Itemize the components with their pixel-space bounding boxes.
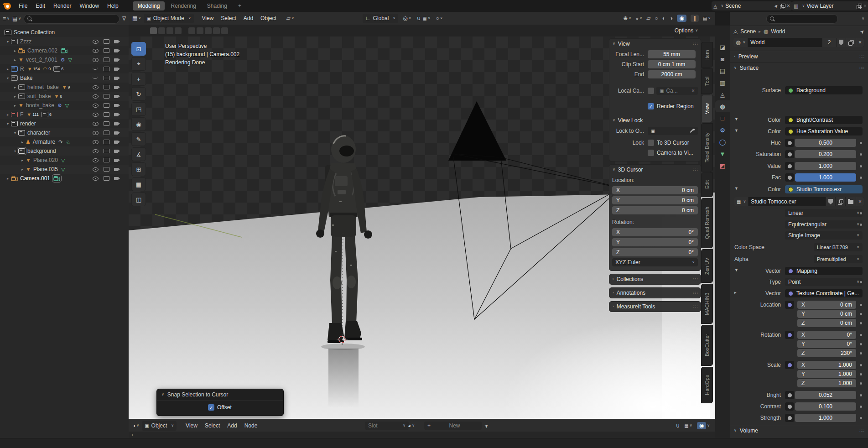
- outliner-row-r[interactable]: ▸ R ▼154 ◠9 6: [0, 64, 129, 73]
- unlink-button[interactable]: ×: [856, 38, 864, 47]
- outliner-row-helmet-bake[interactable]: ▸ helmet_bake ▼9: [0, 83, 129, 92]
- blender-logo-icon[interactable]: [4, 3, 11, 10]
- expand-icon[interactable]: ▸: [19, 140, 26, 144]
- expand-icon[interactable]: ▸: [19, 158, 26, 162]
- colorspace-dropdown[interactable]: Linear BT.709∨: [814, 243, 863, 251]
- transform-orientation-dropdown[interactable]: ∟ Global ∨: [363, 14, 398, 23]
- disable-render-icon[interactable]: [114, 131, 118, 135]
- decorator-dot[interactable]: [860, 153, 862, 156]
- decorator-dot[interactable]: [860, 212, 862, 214]
- expand-icon[interactable]: ▸: [734, 290, 737, 295]
- measure-tool[interactable]: ∡: [131, 147, 146, 161]
- filter-dropdown-icon[interactable]: ∨: [862, 17, 864, 21]
- hide-eye-icon[interactable]: [92, 146, 99, 156]
- annotate-tool[interactable]: ✎: [131, 132, 146, 146]
- select-mode-invert-button[interactable]: [175, 27, 182, 34]
- hide-eye-icon[interactable]: [92, 119, 99, 128]
- strength-slider[interactable]: 1.000: [795, 414, 856, 422]
- outliner-row-vest[interactable]: ▸ ▼ vest_2_f.001 ⚙ ▽: [0, 55, 129, 64]
- tab-physics-properties[interactable]: ◯: [715, 136, 730, 148]
- tab-item[interactable]: Item: [701, 42, 713, 68]
- collapse-icon[interactable]: ▾: [5, 40, 11, 44]
- disable-render-icon[interactable]: [114, 68, 118, 71]
- shading-wireframe-button[interactable]: ○: [655, 15, 658, 21]
- pause-render-button[interactable]: ∥: [691, 15, 699, 22]
- disable-render-icon[interactable]: [114, 95, 118, 98]
- camera-to-view-checkbox[interactable]: [648, 150, 654, 156]
- pivot-point-dropdown[interactable]: ◎∨: [403, 15, 411, 21]
- outliner-row-plane-020[interactable]: ▸ ▼ Plane.020 ▽: [0, 156, 129, 165]
- tab-boxcutter[interactable]: BoxCutter: [701, 325, 713, 366]
- disable-render-icon[interactable]: [114, 58, 118, 62]
- overlay-toggle[interactable]: ◉∨: [697, 422, 710, 429]
- expand-icon[interactable]: ▼: [734, 117, 738, 121]
- texture-coordinate-field[interactable]: Texture Coordinate | Ge...: [785, 289, 863, 297]
- render-region-checkbox[interactable]: ✓: [648, 103, 654, 109]
- copy-icon[interactable]: [780, 4, 785, 9]
- outliner-row-character[interactable]: ▾ character: [0, 128, 129, 137]
- mapping-type-dropdown[interactable]: Point∨: [785, 278, 863, 286]
- boxcutter-tool[interactable]: ▦: [131, 177, 146, 191]
- tab-edit[interactable]: Edit: [701, 172, 713, 197]
- hidden-eye-icon[interactable]: [92, 73, 99, 83]
- view-lock-subpanel-header[interactable]: ∨ View Lock: [609, 115, 701, 125]
- fake-user-button[interactable]: [826, 197, 836, 206]
- tab-scene-properties[interactable]: ◬: [715, 89, 730, 100]
- view-layer-selector[interactable]: ▥∨ View Layer ×: [792, 1, 868, 10]
- gizmo-dropdown[interactable]: ⊕∨: [623, 15, 631, 21]
- menu-help[interactable]: Help: [103, 0, 123, 12]
- decorator-dot[interactable]: [860, 373, 862, 375]
- disable-render-icon[interactable]: [114, 86, 118, 89]
- tool-option-button[interactable]: [197, 27, 203, 34]
- mapping-rotation-x[interactable]: X0°: [797, 331, 856, 339]
- decorator-dot[interactable]: [860, 334, 862, 336]
- disable-render-icon[interactable]: [114, 49, 118, 52]
- select-mode-new-button[interactable]: [150, 27, 157, 34]
- material-slot-dropdown[interactable]: Slot∨: [365, 422, 409, 430]
- decorator-dot[interactable]: [860, 224, 862, 226]
- tab-world-properties[interactable]: ◍: [715, 100, 730, 112]
- 3d-cursor-panel-header[interactable]: ∨ 3D Cursor ∷∷: [609, 165, 701, 175]
- tab-modeling[interactable]: Modeling: [133, 1, 165, 10]
- editor-type-button[interactable]: ≡∨: [3, 16, 10, 22]
- collapse-icon[interactable]: ▾: [5, 76, 11, 80]
- decorator-dot[interactable]: [860, 304, 862, 306]
- close-icon[interactable]: ×: [787, 3, 790, 9]
- disable-viewport-icon[interactable]: [104, 39, 109, 44]
- disable-viewport-icon[interactable]: [104, 140, 109, 144]
- hsv-field[interactable]: Hue Saturation Value: [785, 127, 863, 135]
- tab-object-data-properties[interactable]: ▼: [715, 148, 730, 160]
- outliner-row-render[interactable]: ▾ render: [0, 119, 129, 128]
- outliner-row-background[interactable]: ▾ background: [0, 146, 129, 156]
- decorator-dot[interactable]: [860, 177, 862, 179]
- add-cube-tool[interactable]: ⊞: [131, 162, 146, 176]
- disable-render-icon[interactable]: [114, 113, 118, 116]
- drag-handle-icon[interactable]: ∷∷: [860, 54, 864, 59]
- disable-render-icon[interactable]: [114, 104, 118, 107]
- expand-region-icon[interactable]: ›: [131, 432, 133, 438]
- unlink-button[interactable]: ×: [856, 197, 864, 206]
- overlays-dropdown[interactable]: ◒∨: [635, 15, 642, 21]
- disable-viewport-icon[interactable]: [104, 112, 109, 117]
- transform-tool[interactable]: ◉: [131, 117, 146, 131]
- viewport-menu-select[interactable]: Select: [217, 15, 239, 21]
- tab-object-properties[interactable]: □: [715, 112, 730, 124]
- decorator-dot[interactable]: [860, 382, 862, 385]
- disable-viewport-icon[interactable]: [104, 57, 109, 62]
- disable-viewport-icon[interactable]: [104, 130, 109, 135]
- outliner-row-camera-001[interactable]: ▸ Camera.001: [0, 174, 129, 183]
- local-camera-checkbox[interactable]: [648, 88, 654, 94]
- editor-type-button[interactable]: ◑∨: [132, 422, 139, 429]
- shading-options-dropdown[interactable]: ▤∨: [703, 16, 711, 21]
- shading-material-button[interactable]: ◑: [670, 15, 673, 21]
- outliner-row-scene-collection[interactable]: Scene Collection: [0, 28, 129, 37]
- disable-viewport-icon[interactable]: [104, 67, 109, 71]
- expand-icon[interactable]: ▸: [12, 85, 18, 89]
- disable-render-icon[interactable]: [114, 77, 118, 80]
- local-camera-field[interactable]: ▣ Ca... ×: [656, 87, 698, 95]
- viewport-menu-view[interactable]: View: [198, 15, 218, 21]
- disable-viewport-icon[interactable]: [104, 176, 109, 181]
- expand-icon[interactable]: ▸: [5, 177, 11, 181]
- hide-eye-icon[interactable]: [92, 128, 99, 137]
- saturation-socket-button[interactable]: [785, 150, 794, 158]
